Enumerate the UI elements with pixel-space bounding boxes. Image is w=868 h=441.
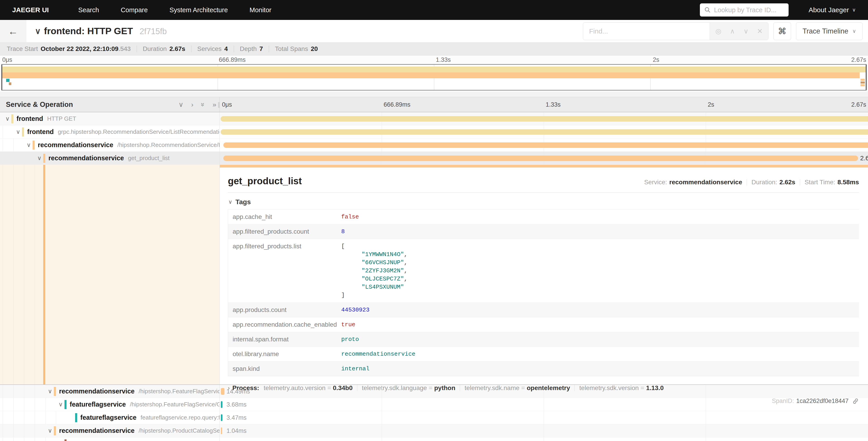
span-row-timeline-cell[interactable]	[219, 139, 868, 152]
minimap-span-mark	[861, 84, 865, 86]
expand-chevron-down-icon[interactable]: ∨	[46, 388, 54, 395]
nav-item-search[interactable]: Search	[78, 6, 99, 14]
next-result-chevron-down-icon[interactable]: ∨	[744, 27, 748, 35]
trace-view-selector[interactable]: Trace Timeline ∨	[796, 22, 863, 40]
time-tick-label: 1.33s	[546, 101, 561, 108]
tag-row[interactable]: app.cache_hitfalse	[228, 210, 859, 224]
tags-table: app.cache_hitfalseapp.filtered_products.…	[228, 209, 859, 376]
tag-key: app.recommendation.cache_enabled	[232, 321, 341, 328]
span-row-name-cell[interactable]: ∨recommendationservice/hipstershop.Featu…	[0, 385, 219, 398]
expand-chevron-down-icon[interactable]: ∨	[46, 427, 54, 434]
span-row-timeline-cell[interactable]: 3.47ms	[219, 411, 868, 424]
span-row-name-cell[interactable]	[0, 437, 219, 441]
span-duration-label: 14.49ms	[226, 388, 250, 395]
minimap-gap	[0, 91, 868, 97]
tag-row[interactable]: span.kindinternal	[228, 361, 859, 376]
span-duration-tick[interactable]	[221, 414, 222, 421]
span-row-timeline-cell[interactable]	[219, 125, 868, 139]
time-tick-label: 2.67s	[851, 101, 866, 108]
minimap-span-mark	[9, 82, 11, 85]
span-row[interactable]: ∨frontendHTTP GET	[0, 112, 868, 125]
span-duration-tick[interactable]	[221, 401, 222, 408]
span-row-timeline-cell[interactable]: 14.49ms	[219, 385, 868, 398]
nav-item-compare[interactable]: Compare	[121, 6, 148, 14]
tags-section-toggle[interactable]: ∨ Tags	[228, 198, 859, 206]
span-row-name-cell[interactable]: ∨recommendationserviceget_product_list	[0, 152, 219, 165]
span-row-name-cell[interactable]: ∨recommendationservice/hipstershop.Produ…	[0, 424, 219, 437]
list-item-string: "1YMWWN1N4O"	[362, 251, 404, 258]
minimap-left-drag-handle[interactable]	[1, 65, 2, 90]
span-row[interactable]: ∨recommendationserviceget_product_list2.…	[0, 152, 868, 165]
trace-id-search-input[interactable]	[714, 6, 784, 14]
span-duration-bar[interactable]	[221, 116, 868, 122]
expand-chevron-down-icon[interactable]: ∨	[4, 115, 11, 122]
expand-one-chevron-right-icon[interactable]: ›	[191, 101, 193, 109]
minimap-right-drag-handle[interactable]	[866, 65, 867, 90]
tag-row[interactable]: internal.span.formatproto	[228, 332, 859, 347]
find-field[interactable]	[583, 23, 710, 40]
span-duration-bar[interactable]	[223, 142, 868, 148]
span-duration-tick[interactable]	[221, 388, 224, 395]
span-row-name-cell[interactable]: ∨frontendgrpc.hipstershop.Recommendation…	[0, 125, 219, 139]
nav-item-system-architecture[interactable]: System Architecture	[169, 6, 228, 14]
clear-find-close-icon[interactable]: ✕	[757, 27, 763, 35]
span-row-name-cell[interactable]: ∨featureflagservice/hipstershop.FeatureF…	[0, 398, 219, 411]
span-row[interactable]: featureflagservicefeatureflagservice.rep…	[0, 411, 868, 424]
collapse-all-double-chevron-down-icon[interactable]: »	[199, 102, 207, 107]
service-name: featureflagservice	[70, 401, 126, 408]
collapse-trace-chevron-icon[interactable]: ∨	[35, 27, 41, 36]
prev-result-chevron-up-icon[interactable]: ∧	[730, 27, 735, 35]
jaeger-logo[interactable]: JAEGER UI	[12, 6, 49, 14]
expand-chevron-down-icon[interactable]: ∨	[14, 128, 22, 136]
expand-chevron-down-icon[interactable]: ∨	[25, 142, 33, 148]
span-row-timeline-cell[interactable]: 3.68ms	[219, 398, 868, 411]
timeline-minimap[interactable]: 0μs666.89ms1.33s2s2.67s	[0, 56, 868, 91]
span-row[interactable]: ∨recommendationservice/hipstershop.Produ…	[0, 424, 868, 437]
span-row-name-cell[interactable]: featureflagservicefeatureflagservice.rep…	[0, 411, 219, 424]
operation-name: /hipstershop.ProductCatalogSer…	[139, 427, 219, 434]
indent-guide	[45, 398, 45, 411]
span-row-name-cell[interactable]: ∨recommendationservice/hipstershop.Recom…	[0, 139, 219, 152]
back-button[interactable]: ←	[0, 20, 26, 42]
about-jaeger-menu[interactable]: About Jaeger ∨	[808, 6, 856, 14]
focus-target-icon[interactable]: ◎	[715, 27, 721, 35]
span-duration-label: 1.04ms	[226, 427, 247, 434]
tag-row[interactable]: app.products.count44530923	[228, 303, 859, 317]
find-input[interactable]	[589, 27, 704, 35]
span-row-timeline-cell[interactable]	[219, 437, 868, 441]
indent-guide	[24, 437, 24, 441]
minimap-canvas[interactable]	[1, 64, 867, 91]
collapse-one-chevron-down-icon[interactable]: ∨	[179, 100, 184, 109]
tag-key: internal.span.format	[232, 335, 341, 343]
span-row[interactable]: ∨featureflagservice/hipstershop.FeatureF…	[0, 398, 868, 411]
keyboard-shortcuts-button[interactable]: ⌘	[773, 22, 791, 40]
span-row-timeline-cell[interactable]: 2.62s	[219, 152, 868, 165]
span-duration-bar[interactable]	[223, 155, 858, 161]
tag-row[interactable]: app.filtered_products.count8	[228, 224, 859, 239]
expand-chevron-down-icon[interactable]: ∨	[57, 401, 64, 408]
time-tick-label: 2s	[653, 56, 659, 63]
time-tick-label: 666.89ms	[219, 56, 246, 63]
trace-summary-bar: Trace StartOctober 22 2022, 22:10:09.543…	[0, 42, 868, 56]
service-color-bar	[54, 426, 56, 435]
span-row[interactable]: ∨recommendationservice/hipstershop.Featu…	[0, 385, 868, 398]
span-duration-tick[interactable]	[221, 428, 222, 434]
summary-label: Total Spans	[275, 45, 308, 53]
span-row-timeline-cell[interactable]	[219, 112, 868, 125]
tag-row[interactable]: otel.library.namerecommendationservice	[228, 347, 859, 361]
span-row[interactable]: ∨recommendationservice/hipstershop.Recom…	[0, 139, 868, 152]
tag-row[interactable]: app.recommendation.cache_enabledtrue	[228, 317, 859, 332]
expand-chevron-down-icon[interactable]: ∨	[35, 155, 43, 161]
summary-item: Duration2.67s	[131, 45, 185, 53]
expand-all-double-chevron-right-icon[interactable]: »	[213, 101, 216, 109]
span-row[interactable]	[0, 437, 868, 441]
span-duration-bar[interactable]	[221, 129, 868, 135]
span-row-timeline-cell[interactable]: 1.04ms	[219, 424, 868, 437]
span-row-name-cell[interactable]: ∨frontendHTTP GET	[0, 112, 219, 125]
timeline-time-axis[interactable]: 0μs666.89ms1.33s2s2.67s	[219, 97, 868, 112]
trace-id-search-box[interactable]	[700, 3, 788, 17]
nav-item-monitor[interactable]: Monitor	[250, 6, 272, 14]
trace-id-short: 2f715fb	[140, 27, 167, 36]
span-row[interactable]: ∨frontendgrpc.hipstershop.Recommendation…	[0, 125, 868, 139]
tag-row[interactable]: app.filtered_products.list["1YMWWN1N4O",…	[228, 239, 859, 303]
